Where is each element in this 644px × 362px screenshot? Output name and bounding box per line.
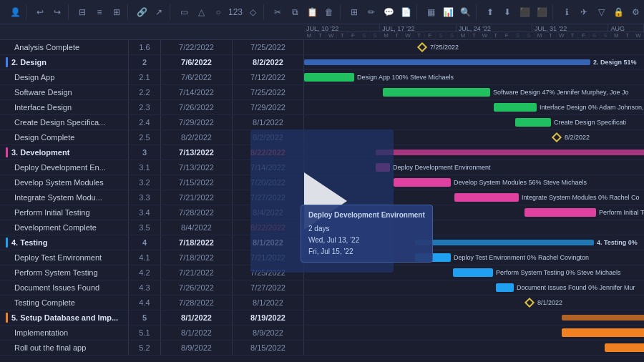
delete-button[interactable]: 🗑 xyxy=(321,4,337,20)
wbs-cell: 3.2 xyxy=(129,175,161,190)
zoom-button[interactable]: 🔍 xyxy=(457,4,473,20)
link-button[interactable]: 🔗 xyxy=(134,4,150,20)
gantt-cell: 2. Design 51% xyxy=(304,55,644,69)
send-button[interactable]: ✈ xyxy=(576,4,592,20)
column-headers: JUL, 10 '22JUL, 17 '22JUL, 24 '22JUL, 31… xyxy=(0,24,644,40)
copy-button[interactable]: ⧉ xyxy=(287,4,303,20)
table-button[interactable]: ▦ xyxy=(423,4,439,20)
wbs-cell: 2.2 xyxy=(129,85,161,99)
num-button[interactable]: 123 xyxy=(228,4,243,20)
task-name-text: Analysis Complete xyxy=(14,43,79,52)
task-name-cell: Software Design xyxy=(0,85,129,99)
gantt-bar xyxy=(605,343,644,352)
task-name-cell: Perform Initial Testing xyxy=(0,205,129,220)
gantt-milestone xyxy=(417,42,427,52)
task-name-text: Document Issues Found xyxy=(14,283,99,292)
gantt-cell: Software Design 47% Jennifer Murphey, Jo… xyxy=(304,85,644,99)
bar-chart-button[interactable]: 📊 xyxy=(440,4,456,20)
gantt-bar-label: 4. Testing 0% xyxy=(597,239,638,246)
table-row[interactable]: Testing Complete4.47/28/20228/1/20228/1/… xyxy=(0,295,644,310)
undo-button[interactable]: ↩ xyxy=(32,4,48,20)
gantt-bar xyxy=(383,88,490,97)
task-name-text: Development Complete xyxy=(14,223,97,232)
wbs-cell: 5.1 xyxy=(129,326,161,340)
cut-button[interactable]: ✂ xyxy=(270,4,286,20)
comment-button[interactable]: 💬 xyxy=(381,4,396,20)
gantt-week-label: AUG xyxy=(608,24,644,31)
start-cell: 7/18/2022 xyxy=(161,250,233,265)
task-name-cell: Implementation xyxy=(0,326,129,340)
start-cell: 7/28/2022 xyxy=(161,295,233,310)
wbs-cell: 2.1 xyxy=(129,70,161,84)
table-row[interactable]: 5. Setup Database and Imp...58/1/20228/1… xyxy=(0,310,644,326)
finish-cell: 8/1/2022 xyxy=(233,115,304,129)
gantt-day-label: W xyxy=(479,32,490,40)
arrow-button[interactable]: ↗ xyxy=(151,4,167,20)
task-name-cell: Integrate System Modu... xyxy=(0,190,129,205)
settings-button[interactable]: ⚙ xyxy=(628,4,643,20)
group-color-bar xyxy=(6,313,8,323)
gantt-day-label: T xyxy=(567,32,578,40)
rect-button[interactable]: ▭ xyxy=(176,4,192,20)
start-cell: 7/13/2022 xyxy=(161,145,233,160)
gantt-day-label: T xyxy=(469,32,479,40)
diamond-button[interactable]: ◇ xyxy=(245,4,260,20)
lock-button[interactable]: 🔒 xyxy=(610,4,626,20)
gantt-day-label: F xyxy=(425,32,436,40)
start-cell: 7/21/2022 xyxy=(161,265,233,280)
gantt-day-label: F xyxy=(348,32,358,40)
task-name-cell: Interface Design xyxy=(0,100,129,114)
table-row[interactable]: Interface Design2.37/26/20227/29/2022Int… xyxy=(0,100,644,115)
info-button[interactable]: ℹ xyxy=(559,4,575,20)
filter-button[interactable]: ▽ xyxy=(593,4,609,20)
table-row[interactable]: Document Issues Found4.37/26/20227/27/20… xyxy=(0,280,644,295)
expand-button[interactable]: ⊞ xyxy=(109,4,125,20)
toolbar-group-undo: 👤 xyxy=(4,4,26,20)
gantt-bar xyxy=(562,315,644,321)
grid-button[interactable]: ⊞ xyxy=(346,4,362,20)
gantt-cell: Interface Design 0% Adam Johnson, xyxy=(304,100,644,114)
gantt-week-label: JUL, 31 '22 xyxy=(532,24,608,31)
task-name-cell: Design App xyxy=(0,70,129,84)
task-button[interactable]: ✏ xyxy=(364,4,379,20)
video-overlay[interactable] xyxy=(250,129,394,273)
export2-button[interactable]: ⬛ xyxy=(534,4,550,20)
wbs-cell: 3.4 xyxy=(129,205,161,220)
task-name-text: Testing Complete xyxy=(14,298,75,307)
gantt-day-label: T xyxy=(545,32,556,40)
start-cell: 7/29/2022 xyxy=(161,115,233,129)
gantt-day-label: S xyxy=(590,32,600,40)
paste-button[interactable]: 📋 xyxy=(304,4,320,20)
collapse-button[interactable]: ⊟ xyxy=(74,4,90,20)
gantt-cell: Im xyxy=(304,326,644,340)
gantt-bar xyxy=(415,240,594,245)
table-row[interactable]: Software Design2.27/14/20227/25/2022Soft… xyxy=(0,85,644,100)
doc-button[interactable]: 📄 xyxy=(398,4,414,20)
table-row[interactable]: Create Design Specifica...2.47/29/20228/… xyxy=(0,115,644,130)
redo-button[interactable]: ↪ xyxy=(49,4,65,20)
gantt-bar xyxy=(394,178,451,187)
triangle-button[interactable]: △ xyxy=(193,4,209,20)
wbs-cell: 4 xyxy=(129,235,161,250)
finish-cell: 8/19/2022 xyxy=(233,310,304,325)
play-button[interactable] xyxy=(304,172,347,230)
gantt-bar-label: Deploy Test Environment 0% Rachel Coving… xyxy=(454,254,589,261)
gantt-cell: Design App 100% Steve Michaels xyxy=(304,70,644,84)
export1-button[interactable]: ⬛ xyxy=(517,4,532,20)
table-row[interactable]: Roll out the final app5.28/9/20228/15/20… xyxy=(0,341,644,356)
circle-button[interactable]: ○ xyxy=(210,4,226,20)
start-cell: 7/18/2022 xyxy=(161,235,233,250)
table-row[interactable]: 2. Design27/6/20228/2/20222. Design 51% xyxy=(0,55,644,70)
gantt-bar xyxy=(494,103,537,112)
task-name-cell: Perform System Testing xyxy=(0,265,129,280)
upload-button[interactable]: ⬆ xyxy=(482,4,498,20)
list-button[interactable]: ≡ xyxy=(92,4,107,20)
wbs-cell: 2.3 xyxy=(129,100,161,114)
download-button[interactable]: ⬇ xyxy=(499,4,515,20)
user-icon[interactable]: 👤 xyxy=(7,4,23,20)
group-color-bar xyxy=(6,147,8,157)
table-row[interactable]: Design App2.17/6/20227/12/2022Design App… xyxy=(0,70,644,85)
table-row[interactable]: Implementation5.18/1/20228/9/2022Im xyxy=(0,326,644,341)
task-name-text: Create Design Specifica... xyxy=(14,118,105,127)
table-row[interactable]: Analysis Complete1.67/22/20227/25/20227/… xyxy=(0,40,644,55)
